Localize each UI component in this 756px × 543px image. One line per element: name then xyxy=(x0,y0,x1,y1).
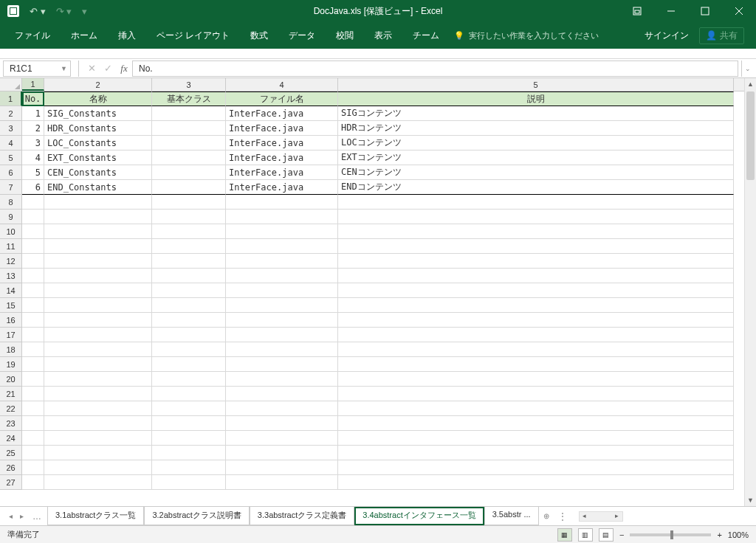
cell[interactable]: InterFace.java xyxy=(226,106,338,121)
cell[interactable] xyxy=(44,254,152,269)
cell[interactable] xyxy=(22,401,44,416)
cell[interactable] xyxy=(338,195,734,210)
cell[interactable] xyxy=(152,313,226,328)
row-header[interactable]: 17 xyxy=(0,328,22,342)
sheet-tab[interactable]: 3.1abstractクラス一覧 xyxy=(47,507,144,525)
tab-home[interactable]: ホーム xyxy=(61,22,108,49)
cell[interactable]: 4 xyxy=(22,151,44,165)
hscroll-left[interactable]: ◂ xyxy=(580,512,590,521)
column-header[interactable]: 4 xyxy=(226,78,338,91)
cell[interactable] xyxy=(226,298,338,313)
cell[interactable] xyxy=(152,254,226,269)
horizontal-scrollbar[interactable]: ◂ ▸ xyxy=(579,511,623,522)
cell[interactable] xyxy=(152,357,226,372)
row-header[interactable]: 24 xyxy=(0,431,22,446)
row-header[interactable]: 8 xyxy=(0,195,22,210)
cell[interactable] xyxy=(22,416,44,431)
row-header[interactable]: 12 xyxy=(0,254,22,269)
cell[interactable] xyxy=(338,283,734,298)
cell[interactable] xyxy=(22,313,44,328)
cell[interactable] xyxy=(338,357,734,372)
row-header[interactable]: 20 xyxy=(0,372,22,387)
cell[interactable] xyxy=(226,283,338,298)
tab-data[interactable]: データ xyxy=(278,22,326,49)
cell[interactable] xyxy=(152,224,226,239)
row-header[interactable]: 1 xyxy=(0,91,22,106)
cell[interactable] xyxy=(338,224,734,239)
cell[interactable] xyxy=(22,357,44,372)
cell[interactable] xyxy=(22,239,44,254)
cell[interactable]: No. xyxy=(22,91,44,106)
cell[interactable] xyxy=(226,328,338,342)
column-header[interactable]: 1 xyxy=(22,78,44,91)
view-pagebreak[interactable]: ▤ xyxy=(599,528,614,542)
cell[interactable] xyxy=(22,195,44,210)
row-header[interactable]: 27 xyxy=(0,475,22,490)
column-header[interactable]: 3 xyxy=(152,78,226,91)
row-header[interactable]: 6 xyxy=(0,165,22,180)
cell[interactable] xyxy=(152,460,226,475)
cell[interactable]: InterFace.java xyxy=(226,180,338,195)
cell[interactable] xyxy=(338,313,734,328)
tab-file[interactable]: ファイル xyxy=(4,22,61,49)
cell[interactable]: 基本クラス xyxy=(152,91,226,106)
cell[interactable] xyxy=(44,372,152,387)
cell[interactable]: 2 xyxy=(22,121,44,136)
cell[interactable]: 名称 xyxy=(44,91,152,106)
view-normal[interactable]: ▦ xyxy=(557,528,572,542)
cell[interactable]: 3 xyxy=(22,136,44,151)
cell[interactable] xyxy=(338,401,734,416)
insert-function-button[interactable]: fx xyxy=(116,63,132,75)
cell[interactable] xyxy=(152,475,226,490)
cell[interactable] xyxy=(338,328,734,342)
cell[interactable]: InterFace.java xyxy=(226,165,338,180)
cell[interactable]: LOC_Constants xyxy=(44,136,152,151)
tabs-more[interactable]: … xyxy=(28,511,46,522)
scroll-thumb[interactable] xyxy=(746,91,755,180)
tell-me[interactable]: 💡 実行したい作業を入力してください xyxy=(454,30,599,41)
cell[interactable] xyxy=(152,298,226,313)
tab-pagelayout[interactable]: ページ レイアウト xyxy=(146,22,240,49)
cell[interactable] xyxy=(44,416,152,431)
cell[interactable] xyxy=(44,313,152,328)
sheet-tab[interactable]: 3.4abstractインタフェース一覧 xyxy=(354,507,484,525)
qat-customize[interactable]: ▾ xyxy=(82,6,87,17)
cell[interactable]: HDR_Constants xyxy=(44,121,152,136)
cell[interactable] xyxy=(226,446,338,460)
cell[interactable] xyxy=(226,372,338,387)
cell[interactable] xyxy=(152,372,226,387)
cell[interactable] xyxy=(226,401,338,416)
cell[interactable] xyxy=(22,460,44,475)
cell[interactable] xyxy=(44,357,152,372)
cell[interactable] xyxy=(226,416,338,431)
cell[interactable] xyxy=(22,446,44,460)
minimize-button[interactable] xyxy=(654,0,688,22)
cell[interactable] xyxy=(152,180,226,195)
cell[interactable] xyxy=(152,328,226,342)
cell[interactable] xyxy=(22,210,44,224)
cell[interactable]: ENDコンテンツ xyxy=(338,180,734,195)
cancel-formula-button[interactable]: ✕ xyxy=(83,63,100,74)
cell[interactable] xyxy=(22,254,44,269)
cell[interactable] xyxy=(22,224,44,239)
cell[interactable]: END_Constants xyxy=(44,180,152,195)
column-header[interactable]: 5 xyxy=(338,78,734,91)
cell[interactable] xyxy=(226,195,338,210)
cell[interactable] xyxy=(338,210,734,224)
cell[interactable] xyxy=(152,416,226,431)
cell[interactable] xyxy=(338,446,734,460)
cell[interactable] xyxy=(152,151,226,165)
cell[interactable] xyxy=(338,460,734,475)
redo-button[interactable]: ↷ ▾ xyxy=(56,6,72,17)
row-header[interactable]: 21 xyxy=(0,387,22,401)
row-header[interactable]: 26 xyxy=(0,460,22,475)
row-header[interactable]: 22 xyxy=(0,401,22,416)
row-header[interactable]: 7 xyxy=(0,180,22,195)
cell[interactable] xyxy=(226,239,338,254)
maximize-button[interactable] xyxy=(688,0,722,22)
cell[interactable]: 5 xyxy=(22,165,44,180)
undo-button[interactable]: ↶ ▾ xyxy=(30,6,46,17)
row-header[interactable]: 5 xyxy=(0,151,22,165)
zoom-in-button[interactable]: + xyxy=(717,530,721,539)
tab-review[interactable]: 校閲 xyxy=(326,22,364,49)
